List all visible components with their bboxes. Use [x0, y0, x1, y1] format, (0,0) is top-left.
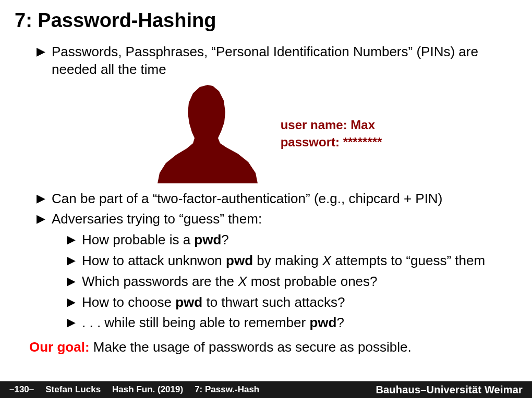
- goal-text: Make the usage of passwords as secure as…: [90, 339, 412, 355]
- login-text: user name: Max passwort: ********: [281, 117, 382, 151]
- footer-author: Stefan Lucks: [45, 384, 101, 395]
- triangle-icon: ▶: [67, 231, 76, 249]
- bullet-item: ▶ Adversaries trying to “guess” them:: [37, 210, 517, 228]
- footer-course: Hash Fun. (2019): [112, 384, 183, 395]
- footer-bar: –130– Stefan Lucks Hash Fun. (2019) 7: P…: [0, 381, 532, 398]
- slide-title: 7: Password-Hashing: [15, 9, 517, 32]
- login-figure: user name: Max passwort: ********: [15, 82, 517, 186]
- login-username: user name: Max: [281, 117, 382, 133]
- sub-bullet-item: ▶ . . . while still being able to rememb…: [67, 314, 517, 332]
- goal-line: Our goal: Make the usage of passwords as…: [29, 339, 517, 355]
- bullet-item: ▶ Passwords, Passphrases, “Personal Iden…: [37, 43, 517, 79]
- slide: 7: Password-Hashing ▶ Passwords, Passphr…: [0, 0, 532, 355]
- footer-left: –130– Stefan Lucks Hash Fun. (2019) 7: P…: [9, 384, 259, 395]
- bullet-text: How probable is a pwd?: [82, 231, 517, 249]
- bullet-text: Passwords, Passphrases, “Personal Identi…: [52, 43, 517, 79]
- bullet-text: . . . while still being able to remember…: [82, 314, 517, 332]
- sub-bullet-item: ▶ How probable is a pwd?: [67, 231, 517, 249]
- bullet-text: Which passwords are the X most probable …: [82, 273, 517, 291]
- bullet-list: ▶ Passwords, Passphrases, “Personal Iden…: [15, 43, 517, 332]
- bullet-text: How to attack unknwon pwd by making X at…: [82, 252, 517, 270]
- footer-page: –130–: [9, 384, 34, 395]
- triangle-icon: ▶: [37, 43, 45, 79]
- goal-label: Our goal:: [29, 339, 90, 355]
- bullet-item: ▶ Can be part of a “two-factor-authentic…: [37, 190, 517, 208]
- triangle-icon: ▶: [37, 210, 45, 228]
- sub-bullet-item: ▶ Which passwords are the X most probabl…: [67, 273, 517, 291]
- sub-bullet-item: ▶ How to attack unknwon pwd by making X …: [67, 252, 517, 270]
- bullet-text: Can be part of a “two-factor-authenticat…: [52, 190, 517, 208]
- triangle-icon: ▶: [37, 190, 45, 208]
- login-password: passwort: ********: [281, 134, 382, 151]
- footer-university: Bauhaus–Universität Weimar: [376, 384, 523, 396]
- triangle-icon: ▶: [67, 294, 76, 312]
- person-silhouette-icon: [150, 82, 265, 186]
- sub-bullet-item: ▶ How to choose pwd to thwart such attac…: [67, 294, 517, 312]
- triangle-icon: ▶: [67, 314, 76, 332]
- bullet-text: Adversaries trying to “guess” them:: [52, 210, 517, 228]
- footer-section: 7: Passw.-Hash: [195, 384, 259, 395]
- triangle-icon: ▶: [67, 273, 76, 291]
- triangle-icon: ▶: [67, 252, 76, 270]
- bullet-text: How to choose pwd to thwart such attacks…: [82, 294, 517, 312]
